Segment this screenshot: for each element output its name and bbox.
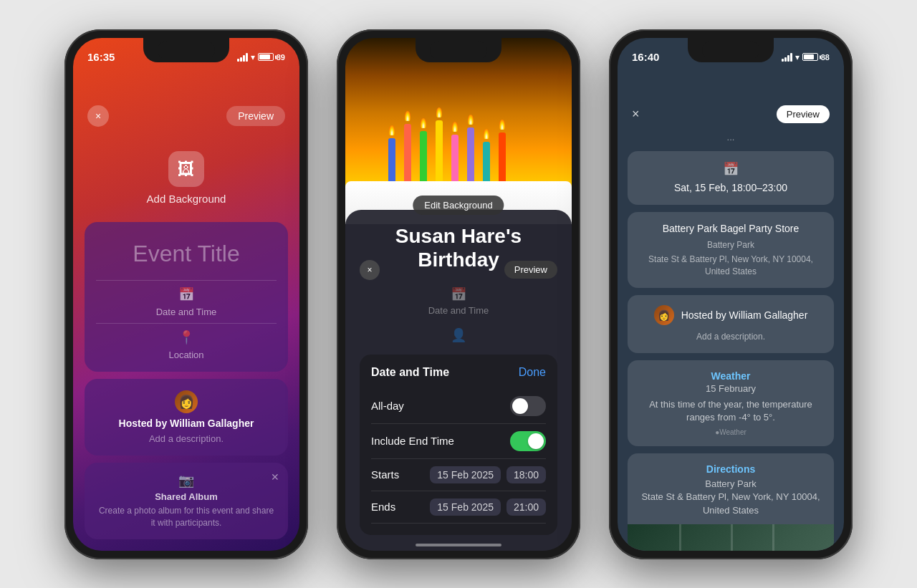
shared-close-button[interactable]: ✕	[271, 471, 279, 483]
phone-3: 16:40 ▾ 88 ×	[609, 29, 853, 559]
date-time-label: Date and Time	[156, 307, 217, 317]
weather-description: At this time of the year, the temperatur…	[639, 398, 822, 424]
calendar-icon-2: 📅	[451, 286, 466, 302]
weather-title: Weather	[639, 370, 822, 382]
edit-background-button[interactable]: Edit Background	[413, 196, 504, 215]
battery-text-3: 88	[821, 53, 830, 62]
map-view[interactable]: 📍 National Museum Fraunces Tavern Statue…	[628, 524, 834, 551]
event-title-card[interactable]: Event Title 📅 Date and Time 📍 Location	[85, 222, 288, 372]
hosted-by-text: Hosted by William Gallagher	[681, 309, 808, 321]
image-icon: 🖼	[168, 151, 204, 187]
host-avatar-sm: 👩	[654, 305, 674, 325]
calendar-icon: 📅	[178, 286, 194, 302]
directions-title: Directions	[639, 463, 822, 475]
preview-button-3[interactable]: Preview	[777, 105, 830, 123]
datetime-panel-title: Date and Time	[371, 366, 449, 379]
preview-button-2[interactable]: Preview	[504, 261, 557, 279]
event-title-placeholder[interactable]: Event Title	[96, 233, 277, 274]
add-background-section[interactable]: 🖼 Add Background	[73, 134, 299, 222]
dynamic-island-1	[158, 41, 215, 59]
close-button-2[interactable]: ×	[360, 260, 380, 280]
starts-row: Starts 15 Feb 2025 18:00	[371, 459, 546, 491]
location-row[interactable]: 📍 Location	[96, 329, 277, 360]
phone1-cards: Event Title 📅 Date and Time 📍 Location 👩	[73, 222, 299, 551]
notch-2	[416, 38, 501, 62]
allday-label: All-day	[371, 400, 404, 412]
dynamic-island-2	[430, 41, 487, 59]
host-card[interactable]: 👩 Hosted by William Gallagher Add a desc…	[85, 379, 288, 456]
starts-time[interactable]: 18:00	[506, 466, 546, 483]
wifi-icon-1: ▾	[251, 52, 255, 62]
status-icons-3: ▾ 88	[782, 52, 830, 62]
end-time-row: Include End Time	[371, 424, 546, 459]
weather-date: 15 February	[639, 383, 822, 394]
location-label: Location	[168, 350, 203, 360]
date-time-field[interactable]: 📅 Date and Time	[360, 286, 557, 316]
host-name: Hosted by William Gallagher	[119, 418, 254, 429]
phone1-header: × Preview	[73, 69, 299, 134]
phone2-header: × Preview	[345, 224, 572, 287]
status-icons-1: ▾ 89	[237, 52, 285, 62]
location-icon: 📍	[178, 329, 194, 345]
ends-row: Ends 15 Feb 2025 21:00	[371, 491, 546, 524]
datetime-panel: Date and Time Done All-day Include End T…	[360, 355, 557, 535]
shared-album-title: Shared Album	[96, 491, 277, 502]
preview-button-1[interactable]: Preview	[226, 106, 285, 126]
location-area: Battery Park	[707, 239, 754, 251]
shared-album-description: Create a photo album for this event and …	[96, 505, 277, 529]
host-description[interactable]: Add a description.	[149, 433, 224, 444]
directions-top: Directions Battery Park State St & Batte…	[628, 453, 834, 524]
ends-label: Ends	[371, 501, 395, 513]
end-time-toggle[interactable]	[510, 431, 546, 451]
directions-card[interactable]: Directions Battery Park State St & Batte…	[628, 453, 834, 550]
person-icon: 👤	[451, 327, 466, 343]
home-indicator-2	[416, 544, 501, 546]
location-name: Battery Park Bagel Party Store	[663, 222, 800, 236]
weather-credit: ●Weather	[639, 428, 822, 436]
shared-album-card: ✕ 📷 Shared Album Create a photo album fo…	[85, 463, 288, 539]
starts-date[interactable]: 15 Feb 2025	[430, 466, 501, 483]
close-button-3[interactable]: ×	[632, 107, 640, 122]
notch-1	[143, 38, 229, 62]
add-background-label: Add Background	[147, 193, 226, 205]
datetime-header: Date and Time Done	[371, 366, 546, 379]
starts-label: Starts	[371, 468, 399, 481]
directions-location: Battery Park	[639, 478, 822, 491]
status-time-1: 16:35	[87, 51, 115, 63]
battery-icon-1	[258, 53, 274, 61]
host-row: 👩 Hosted by William Gallagher	[654, 305, 808, 325]
calendar-detail-icon: 📅	[723, 161, 739, 177]
map-grid	[628, 524, 834, 551]
status-time-3: 16:40	[632, 51, 659, 63]
wifi-icon-3: ▾	[795, 52, 800, 62]
date-time-field-label: Date and Time	[428, 305, 489, 316]
weather-card: Weather 15 February At this time of the …	[628, 360, 834, 446]
battery-text-1: 89	[277, 53, 285, 62]
notch-3	[688, 38, 774, 62]
allday-toggle[interactable]	[510, 396, 546, 416]
ends-date[interactable]: 15 Feb 2025	[430, 498, 501, 516]
location-field-2[interactable]: 👤	[360, 327, 557, 343]
datetime-detail-text: Sat, 15 Feb, 18:00–23:00	[674, 181, 787, 196]
directions-address: State St & Battery Pl, New York, NY 1000…	[639, 491, 822, 516]
detail-scroll: ... 📅 Sat, 15 Feb, 18:00–23:00 Battery P…	[618, 130, 844, 551]
shared-album-icon: 📷	[96, 473, 277, 488]
starts-values: 15 Feb 2025 18:00	[430, 466, 546, 483]
signal-icon-1	[237, 53, 248, 62]
date-time-row[interactable]: 📅 Date and Time	[96, 286, 277, 317]
close-button-1[interactable]: ×	[87, 105, 109, 127]
host-detail-card[interactable]: 👩 Hosted by William Gallagher Add a desc…	[628, 295, 834, 353]
ends-values: 15 Feb 2025 21:00	[430, 498, 546, 516]
battery-icon-3	[802, 53, 818, 61]
dynamic-island-3	[702, 41, 759, 59]
phone-2: × Preview Edit Background Susan Hare's B…	[337, 29, 580, 559]
datetime-done-button[interactable]: Done	[519, 366, 546, 379]
truncated-title: ...	[628, 130, 834, 144]
host-desc-text[interactable]: Add a description.	[696, 331, 765, 343]
location-detail-card: Battery Park Bagel Party Store Battery P…	[628, 212, 834, 288]
location-address: State St & Battery Pl, New York, NY 1000…	[639, 254, 822, 278]
end-time-label: Include End Time	[371, 435, 454, 447]
host-avatar: 👩	[175, 390, 198, 413]
datetime-detail-card: 📅 Sat, 15 Feb, 18:00–23:00	[628, 151, 834, 206]
ends-time[interactable]: 21:00	[506, 498, 546, 516]
